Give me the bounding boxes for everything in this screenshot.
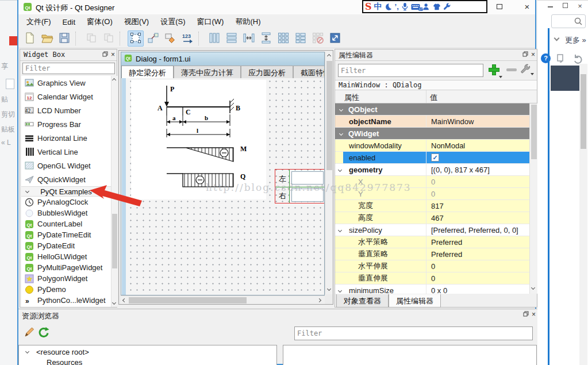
widget-item[interactable]: PolygonWidget bbox=[21, 273, 111, 284]
property-row[interactable]: windowModalityNonModal bbox=[335, 140, 529, 152]
menu-item[interactable]: 窗口(W) bbox=[191, 15, 229, 29]
left-field-input[interactable] bbox=[291, 171, 324, 185]
reload-button[interactable] bbox=[37, 325, 51, 339]
property-row[interactable]: 宽度817 bbox=[335, 200, 529, 212]
widget-item[interactable]: PyDemo bbox=[21, 284, 111, 295]
scroll-up-icon[interactable] bbox=[112, 78, 116, 82]
layout-horizontal-button[interactable] bbox=[206, 30, 222, 47]
menu-item[interactable]: 帮助(H) bbox=[229, 15, 266, 29]
background-scrollbar[interactable] bbox=[579, 64, 587, 365]
widget-item[interactable]: QtPyDateEdit bbox=[21, 240, 111, 251]
chevron-down-icon[interactable] bbox=[25, 349, 29, 354]
widget-list-scrollbar[interactable] bbox=[111, 76, 117, 307]
property-category[interactable]: QWidget bbox=[335, 128, 529, 140]
search-input[interactable] bbox=[551, 14, 586, 28]
layout-grid-button[interactable] bbox=[275, 30, 291, 47]
form-title-bar[interactable]: Qt Dialog - form1.ui bbox=[121, 52, 324, 66]
form-canvas[interactable]: P A C B bbox=[121, 78, 324, 295]
undo-icon[interactable] bbox=[573, 53, 583, 64]
chevron-down-icon[interactable] bbox=[554, 36, 560, 41]
property-value[interactable]: 0 bbox=[426, 176, 529, 187]
resource-detail-pane[interactable] bbox=[283, 345, 537, 365]
layout-form-button[interactable] bbox=[293, 30, 309, 47]
shirt-icon[interactable] bbox=[433, 3, 441, 11]
property-value[interactable]: Preferred bbox=[426, 236, 529, 248]
form-tab[interactable]: 应力圆分析 bbox=[241, 66, 293, 78]
property-value[interactable]: 0 bbox=[426, 260, 529, 272]
close-dock-icon[interactable]: × bbox=[532, 310, 536, 318]
open-folder-button[interactable] bbox=[39, 30, 55, 47]
left-right-field-group[interactable]: 左 右 bbox=[275, 169, 325, 203]
copy-button[interactable] bbox=[83, 30, 99, 47]
scroll-down-icon[interactable] bbox=[531, 286, 535, 290]
resource-filter-input[interactable] bbox=[294, 326, 533, 340]
checkbox-checked-icon[interactable]: ✓ bbox=[431, 153, 439, 162]
property-value[interactable]: 817 bbox=[426, 200, 529, 212]
widget-item[interactable]: QQuickWidget bbox=[21, 172, 111, 186]
property-row[interactable]: 垂直策略Preferred bbox=[335, 248, 529, 260]
add-dynamic-property-button[interactable] bbox=[487, 63, 502, 78]
widget-item[interactable]: 42.LCD Number bbox=[21, 103, 111, 117]
form-tab[interactable]: 截面特性及 bbox=[293, 66, 325, 78]
property-value[interactable]: [Preferred, Preferred, 0, 0] bbox=[426, 224, 529, 236]
close-dock-icon[interactable]: × bbox=[111, 51, 115, 59]
new-file-button[interactable] bbox=[22, 30, 38, 47]
vertical-scrollbar[interactable] bbox=[325, 52, 333, 294]
property-row[interactable]: X0 bbox=[335, 176, 529, 188]
scrollbar-thumb[interactable] bbox=[326, 61, 332, 170]
copy-page-icon[interactable] bbox=[556, 53, 566, 64]
minimize-icon[interactable] bbox=[548, 6, 553, 7]
person-badge-icon[interactable]: 17 bbox=[422, 3, 431, 11]
menu-item[interactable]: 视图(V) bbox=[118, 15, 155, 29]
punctuation-icon[interactable]: ’, bbox=[395, 2, 399, 11]
property-scrollbar[interactable] bbox=[529, 103, 537, 294]
property-row[interactable]: enabled✓ bbox=[335, 152, 529, 164]
paste-button[interactable] bbox=[101, 30, 117, 47]
edit-resources-button[interactable] bbox=[22, 325, 36, 339]
property-value[interactable]: MainWindow bbox=[426, 116, 529, 127]
title-bar[interactable]: Qt Qt 设计师 - Qt Designer S 中 ’, 17 bbox=[18, 0, 535, 14]
edit-widgets-button[interactable] bbox=[128, 30, 144, 47]
resource-root-item[interactable]: <resource root> bbox=[36, 348, 89, 356]
scrollbar-thumb[interactable] bbox=[129, 297, 247, 303]
close-button[interactable]: × bbox=[521, 2, 533, 12]
property-row[interactable]: Y0 bbox=[335, 188, 529, 200]
scroll-left-icon[interactable] bbox=[122, 298, 126, 302]
widget-item[interactable]: »PythonCo...leWidget bbox=[21, 295, 111, 306]
scroll-right-icon[interactable] bbox=[317, 298, 321, 302]
property-row[interactable]: 垂直伸展0 bbox=[335, 272, 529, 285]
sogou-logo-icon[interactable]: S bbox=[365, 1, 372, 12]
float-dock-icon[interactable] bbox=[523, 310, 529, 318]
dock-tab[interactable]: 属性编辑器 bbox=[389, 294, 441, 308]
widget-item[interactable]: OpenGL Widget bbox=[21, 159, 111, 172]
widget-item[interactable]: QtHelloGLWidget bbox=[21, 251, 111, 262]
property-value[interactable]: 467 bbox=[426, 212, 529, 224]
close-dock-icon[interactable]: × bbox=[531, 51, 535, 59]
menu-item[interactable]: 窗体(O) bbox=[81, 15, 118, 29]
widget-item[interactable]: QtPyMultiPageWidget bbox=[21, 262, 111, 273]
form-tab[interactable]: 静定梁分析 bbox=[121, 66, 174, 78]
property-row[interactable]: 水平伸展0 bbox=[335, 260, 529, 272]
property-value[interactable]: ✓ bbox=[426, 152, 529, 163]
property-row[interactable]: geometry[(0, 0), 817 x 467] bbox=[335, 164, 529, 176]
scrollbar-thumb[interactable] bbox=[112, 214, 117, 268]
property-row[interactable]: sizePolicy[Preferred, Preferred, 0, 0] bbox=[335, 224, 529, 236]
menu-item[interactable]: Edit bbox=[57, 16, 81, 28]
widget-item[interactable]: PyAnalogClock bbox=[21, 197, 111, 208]
moon-icon[interactable] bbox=[385, 3, 393, 11]
resource-child-item[interactable]: Resources bbox=[47, 358, 82, 365]
right-field-input[interactable] bbox=[291, 189, 324, 202]
splitter-horizontal-button[interactable] bbox=[241, 30, 257, 47]
property-row[interactable]: minimumSize0 x 0 bbox=[335, 285, 529, 294]
save-button[interactable] bbox=[56, 30, 72, 47]
float-dock-icon[interactable] bbox=[102, 51, 108, 59]
float-dock-icon[interactable] bbox=[522, 51, 528, 59]
scroll-down-icon[interactable] bbox=[112, 301, 116, 305]
microphone-icon[interactable] bbox=[401, 2, 409, 11]
property-row[interactable]: objectNameMainWindow bbox=[335, 116, 529, 128]
edit-buddies-button[interactable] bbox=[162, 30, 178, 47]
adjust-size-button[interactable] bbox=[327, 30, 343, 47]
more-link[interactable]: 更多 » bbox=[565, 35, 586, 45]
widget-item[interactable]: Progress Bar bbox=[21, 117, 111, 131]
dock-tab[interactable]: 对象查看器 bbox=[336, 294, 389, 308]
